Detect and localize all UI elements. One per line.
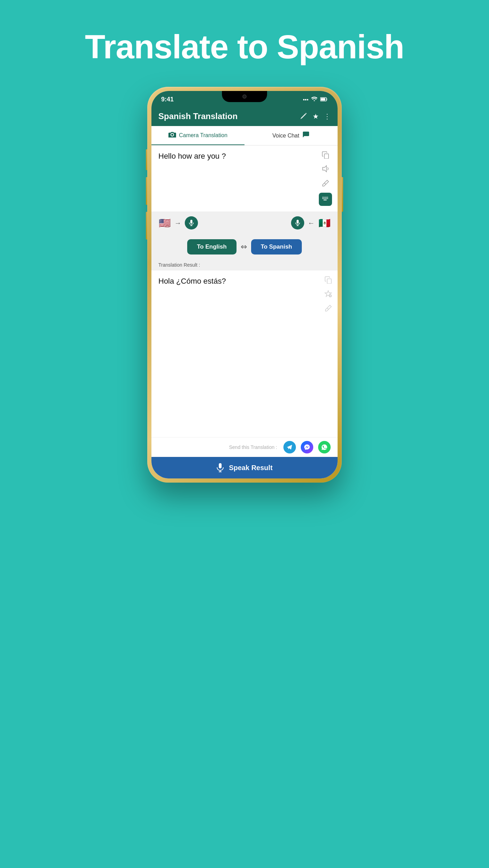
more-icon[interactable]: ⋮ <box>324 112 331 120</box>
send-label: Send this Translation : <box>229 444 277 450</box>
status-bar: 9:41 ▪▪▪ <box>151 91 338 107</box>
input-text: Hello how are you ? <box>158 151 315 206</box>
status-time: 9:41 <box>161 94 174 103</box>
send-area: Send this Translation : <box>151 437 338 457</box>
result-label: Translation Result : <box>151 259 338 270</box>
svg-rect-5 <box>322 197 323 198</box>
output-actions <box>324 276 332 432</box>
to-english-button[interactable]: To English <box>187 239 237 254</box>
svg-rect-19 <box>297 220 299 224</box>
tab-camera-translation[interactable]: Camera Translation <box>151 126 244 145</box>
svg-rect-12 <box>325 198 326 199</box>
svg-rect-27 <box>219 463 222 468</box>
side-button-vol-up <box>146 177 147 205</box>
app-title: Spanish Translation <box>158 111 238 121</box>
translate-buttons: To English ⇔ To Spanish <box>151 234 338 259</box>
svg-marker-3 <box>323 166 326 172</box>
messenger-button[interactable] <box>301 441 313 453</box>
chat-icon <box>302 131 310 140</box>
svg-rect-9 <box>327 197 328 198</box>
svg-rect-22 <box>327 279 331 284</box>
svg-rect-8 <box>326 197 327 198</box>
svg-rect-1 <box>321 98 325 101</box>
svg-rect-2 <box>324 154 329 159</box>
phone-frame: 9:41 ▪▪▪ Spanish Transla <box>147 87 342 483</box>
speak-result-button[interactable]: Speak Result <box>151 457 338 478</box>
battery-icon <box>320 97 328 102</box>
header-icons: ★ ⋮ <box>300 112 331 121</box>
app-header: Spanish Translation ★ ⋮ <box>151 107 338 126</box>
front-camera <box>242 94 247 99</box>
speak-result-label: Speak Result <box>229 464 273 472</box>
svg-rect-6 <box>324 197 325 198</box>
source-mic-button[interactable] <box>185 216 198 229</box>
speaker-icon[interactable] <box>322 165 329 175</box>
camera-icon <box>168 131 176 139</box>
tab-voice-label: Voice Chat <box>272 133 299 139</box>
signal-icon: ▪▪▪ <box>303 97 308 102</box>
whatsapp-button[interactable] <box>318 441 331 453</box>
svg-rect-11 <box>324 198 325 199</box>
output-star-icon[interactable] <box>324 290 332 300</box>
side-button-power <box>342 177 343 212</box>
tab-voice-chat[interactable]: Voice Chat <box>244 126 338 145</box>
mx-flag: 🇲🇽 <box>318 217 331 229</box>
target-lang: ← 🇲🇽 <box>291 216 331 229</box>
svg-rect-7 <box>325 197 326 198</box>
side-button-vol-down <box>146 212 147 240</box>
telegram-button[interactable] <box>283 441 296 453</box>
page-title: Translate to Spanish <box>85 28 404 66</box>
us-flag: 🇺🇸 <box>158 217 171 229</box>
source-arrow: → <box>174 219 181 227</box>
swap-icon[interactable]: ⇔ <box>241 242 247 251</box>
side-button-mute <box>146 149 147 170</box>
star-icon[interactable]: ★ <box>313 112 319 120</box>
keyboard-icon[interactable] <box>319 193 332 206</box>
svg-rect-15 <box>324 200 327 200</box>
tab-camera-label: Camera Translation <box>179 132 227 139</box>
wifi-icon <box>311 97 317 102</box>
phone-screen: 9:41 ▪▪▪ Spanish Transla <box>151 91 338 478</box>
svg-rect-16 <box>190 220 192 224</box>
svg-rect-14 <box>327 198 328 199</box>
input-actions <box>319 151 332 206</box>
copy-icon[interactable] <box>322 151 329 161</box>
target-mic-button[interactable] <box>291 216 304 229</box>
status-icons: ▪▪▪ <box>303 95 328 102</box>
language-bar: 🇺🇸 → <box>151 211 338 234</box>
source-lang: 🇺🇸 → <box>158 216 198 229</box>
to-spanish-button[interactable]: To Spanish <box>251 239 302 254</box>
svg-rect-10 <box>322 198 323 199</box>
tab-bar: Camera Translation Voice Chat <box>151 126 338 145</box>
output-text: Hola ¿Cómo estás? <box>158 276 321 432</box>
svg-rect-13 <box>326 198 327 199</box>
eraser-icon[interactable] <box>322 179 329 189</box>
notch <box>222 91 267 102</box>
output-eraser-icon[interactable] <box>324 304 332 314</box>
output-area: Hola ¿Cómo estás? <box>151 270 338 437</box>
input-area: Hello how are you ? <box>151 145 338 211</box>
edit-icon[interactable] <box>300 112 308 121</box>
target-arrow: ← <box>308 219 315 227</box>
output-copy-icon[interactable] <box>324 276 332 286</box>
